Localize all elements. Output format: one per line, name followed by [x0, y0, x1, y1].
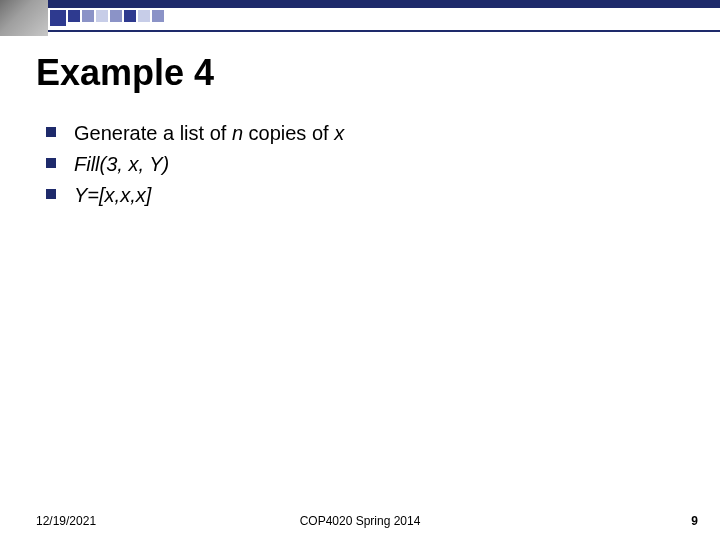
header-photo-thumbnail: [0, 0, 48, 36]
bullet-text: copies of: [243, 122, 334, 144]
bullet-var: x: [334, 122, 344, 144]
footer-course: COP4020 Spring 2014: [0, 514, 720, 528]
bullet-var: n: [232, 122, 243, 144]
bullet-text: Generate a list of: [74, 122, 232, 144]
slide-footer: 12/19/2021 COP4020 Spring 2014 9: [0, 508, 720, 528]
list-item: Y=[x,x,x]: [46, 180, 684, 211]
slide-header-decoration: [0, 0, 720, 36]
bullet-code: Fill(3, x, Y): [74, 153, 169, 175]
list-item: Fill(3, x, Y): [46, 149, 684, 180]
header-underline: [48, 30, 720, 32]
list-item: Generate a list of n copies of x: [46, 118, 684, 149]
bullet-list: Generate a list of n copies of x Fill(3,…: [46, 118, 684, 211]
header-bar: [48, 0, 720, 8]
bullet-code: Y=[x,x,x]: [74, 184, 151, 206]
slide-title: Example 4: [36, 52, 684, 94]
footer-page-number: 9: [691, 514, 698, 528]
header-squares: [48, 8, 166, 32]
slide-body: Example 4 Generate a list of n copies of…: [0, 46, 720, 506]
